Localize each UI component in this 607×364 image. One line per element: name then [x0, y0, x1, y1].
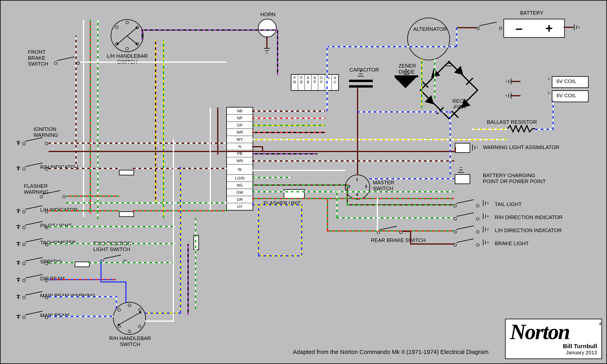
lh-indicator-label: L/H INDICATOR	[40, 207, 77, 213]
alternator-icon	[407, 18, 450, 60]
lh-handlebar-switch	[111, 19, 144, 52]
main-beam-warn-label: MAIN BEAM WARNING	[40, 293, 95, 299]
charge-point-label: BATTERY CHARGING POINT OR POWER POINT	[483, 173, 546, 184]
tail-light-term	[454, 202, 479, 208]
battery-neg: –	[516, 21, 523, 36]
pilot-light-label: PILOT LIGHT	[40, 223, 71, 229]
charge-point-box	[455, 174, 470, 184]
main-connector: NB NP GP WR WY N PB WN W LG/N NG GW GR U…	[226, 107, 253, 210]
wiring-diagram: L/H HANDLEBAR SWITCH HORN ALTERNATOR BAT…	[0, 0, 607, 364]
coil-1-label: 6V COIL	[556, 78, 576, 84]
assimilator-label: WARNING LIGHT ASSIMILATOR	[483, 144, 559, 150]
rh-indicator-label: R/H INDICATOR	[40, 164, 78, 170]
horn-label: HORN	[260, 12, 276, 18]
rh-handlebar-label: R/H HANDLEBAR SWITCH	[104, 336, 156, 347]
norton-logo: Norton®	[510, 322, 597, 342]
tail-light-label: TAIL LIGHT	[495, 201, 522, 208]
battery-icon: – +	[503, 19, 565, 38]
speedo-label: SPEEDO	[40, 259, 62, 265]
assimilator-box	[455, 143, 470, 153]
front-brake-switch-label: FRONT BRAKE SWITCH	[28, 49, 48, 67]
author: Bill Turnbull	[510, 343, 597, 350]
rh-handlebar-switch	[113, 302, 146, 335]
battery-label: BATTERY	[520, 10, 543, 16]
battery-pos: +	[545, 21, 553, 36]
flasher-unit-box	[284, 189, 305, 199]
ballast-resistor-icon	[507, 125, 535, 133]
lh-dir-term	[454, 228, 479, 234]
master-label: MASTER SWITCH	[373, 180, 394, 192]
coil-2-label: 6V COIL	[556, 93, 576, 99]
battery-switch	[477, 25, 502, 30]
attribution-box: Norton® Bill Turnbull January 2013	[505, 319, 602, 359]
ballast-label: BALLAST RESISTOR	[487, 119, 537, 125]
dip-beam-label: DIP BEAM	[40, 276, 65, 282]
rectifier-icon	[420, 61, 479, 120]
lh-handlebar-label: L/H HANDLEBAR SWITCH	[100, 53, 155, 65]
ignition-warning-term	[22, 140, 48, 145]
lh-dir-label: L/H DIRECTION INDICATOR	[495, 228, 562, 234]
master-switch-icon: 1 2 3 4	[345, 175, 370, 199]
date: January 2013	[510, 350, 597, 356]
ground-icon	[264, 48, 270, 55]
two-pos-label: TWO POSITION LIGHT SWITCH	[93, 241, 131, 252]
main-beam-label: MAIN BEAM	[40, 312, 69, 319]
rh-dir-term	[454, 215, 479, 221]
rear-brake-label: REAR BRAKE SWITCH	[371, 237, 426, 243]
fuse-2	[119, 211, 134, 217]
horn-connector: P B P B N B N P G P N N U	[291, 74, 339, 91]
brake-light-label: BRAKE LIGHT	[495, 241, 529, 247]
rh-dir-label: R/H DIRECTION INDICATOR	[495, 215, 563, 221]
horn-icon	[258, 19, 276, 37]
fuse-3	[75, 261, 90, 267]
fuse-1	[119, 170, 134, 175]
tachometer-label: TACHOMETER	[40, 240, 76, 246]
caption: Adapted from the Norton Commando Mk II (…	[293, 349, 489, 355]
fuse-4	[193, 235, 199, 250]
brake-light-term	[454, 241, 479, 247]
alternator-label: ALTERNATOR	[413, 26, 447, 32]
capacitor-label: CAPACITOR	[349, 67, 379, 73]
flasher-warning-term	[40, 193, 66, 198]
ignition-warning-label: IGNITION WARNING	[33, 126, 58, 138]
